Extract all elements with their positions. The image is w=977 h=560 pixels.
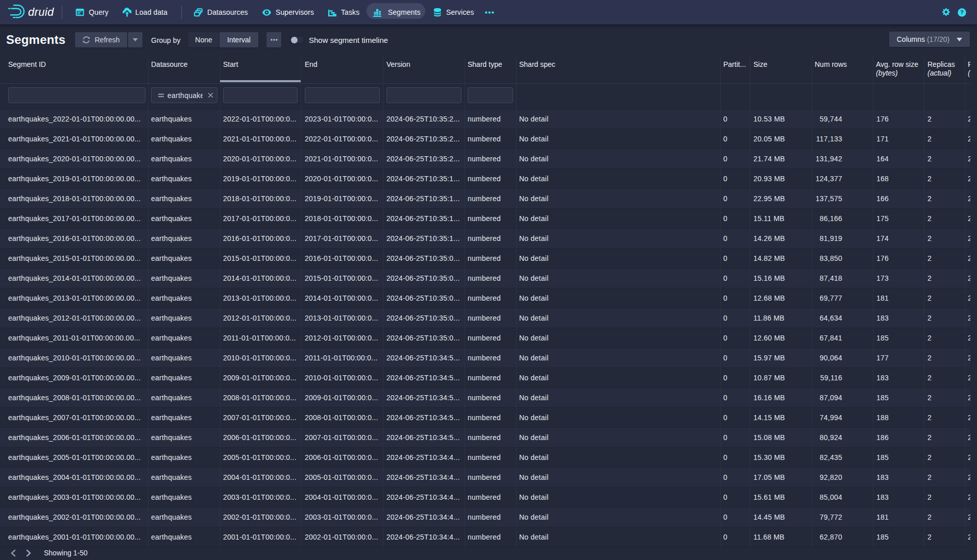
svg-text:?: ? — [960, 9, 964, 15]
